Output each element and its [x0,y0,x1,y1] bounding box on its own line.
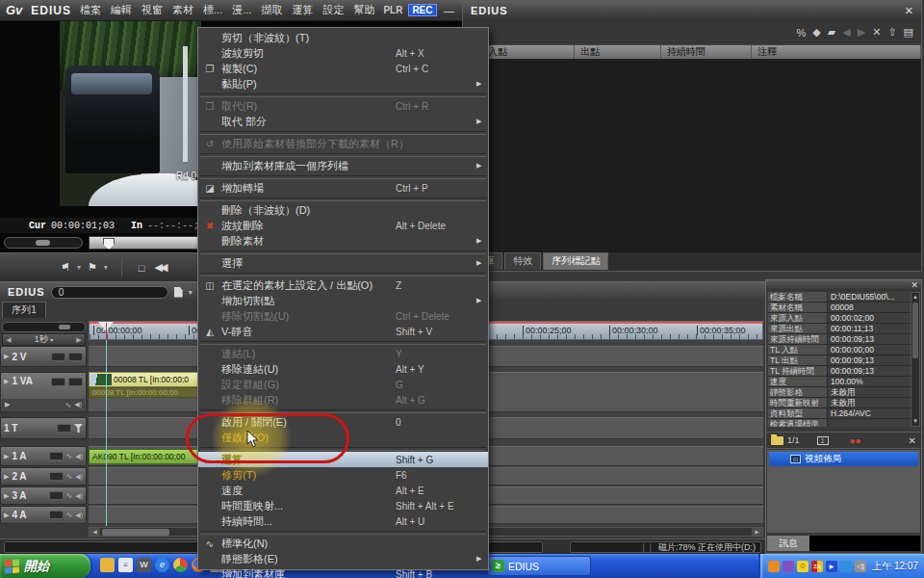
track-lock-button[interactable] [49,511,64,519]
menu-item[interactable]: 運算 Shift + G ▶ [198,452,488,467]
scroll-up-icon[interactable]: ▲ [911,293,919,302]
scroll-down-icon[interactable]: ▼ [911,417,919,426]
player-mode-button[interactable]: PLR [383,5,402,15]
layout-list-item-selected[interactable]: ⊡ 視頻佈局 [769,452,918,466]
bin-close-button[interactable]: ✕ [905,5,913,17]
document-icon[interactable]: ≡ [118,558,133,572]
position-marker[interactable] [103,238,115,250]
clear-icon[interactable]: ✕ [909,435,916,446]
menu-item[interactable]: 設定群組(G) G ▶ [198,377,488,392]
new-sequence-dropdown[interactable]: ▾ [189,288,192,297]
stop-button[interactable]: □ [136,260,148,276]
menu-item[interactable]: 取代(R) Ctrl + R ▶ [198,98,488,114]
track-lock-button[interactable] [49,491,64,500]
menubar-item[interactable]: 檔案 [80,3,101,17]
expand-icon[interactable]: ▶ [4,453,9,460]
tray-volume-icon[interactable]: ◁) [855,561,866,572]
column-header[interactable]: 入點 [482,45,575,59]
expand-icon[interactable]: ▶ [4,512,9,519]
bin-tab[interactable]: 特效 [504,252,541,270]
new-sequence-icon[interactable] [174,287,183,298]
title-filter-icon[interactable] [74,424,83,433]
menu-item[interactable]: 剪切（非波紋）(T) ▶ [198,30,488,45]
track-header-1t[interactable]: 1 T [0,417,87,439]
menu-item[interactable]: 標準化(N) ▶ [198,536,488,551]
marker-icon[interactable]: ▰ [828,26,835,39]
shield-icon[interactable]: ◆ [812,26,820,39]
taskbar-edius-button[interactable]: ≥ EDIUS [487,556,591,576]
track-header-4a[interactable]: ▶ 4 A ∿ ◀) [0,506,87,524]
menubar-item[interactable]: 視窗 [141,3,163,17]
bin-tab[interactable]: 序列標記點 [543,252,608,270]
menu-item[interactable]: 使用原始素材替換部分下載的素材（R） ▶ [198,136,488,151]
set-out-dropdown[interactable]: ▾ [104,263,108,272]
speaker-icon[interactable]: ◀) [75,453,83,460]
zoom-out-arrow[interactable]: ◀ [3,336,14,344]
expand-icon[interactable]: ▶ [5,401,10,408]
waveform-icon[interactable]: ∿ [66,452,73,460]
folder-icon[interactable] [771,436,783,445]
menu-item[interactable]: 波紋剪切 Alt + X ▶ [198,45,488,61]
prev-marker-icon[interactable]: ◀ [842,26,850,39]
scrollbar-thumb[interactable] [912,302,918,358]
minimize-button[interactable]: — [443,5,456,16]
menu-item[interactable]: V-靜音 Shift + V ▶ [198,324,488,339]
marker-list-body[interactable] [464,60,920,252]
properties-close-button[interactable]: ✕ [911,280,921,291]
tray-player-icon[interactable]: ▶ [826,561,837,572]
menu-item[interactable]: 取代 部分 ▶ [198,114,488,129]
tray-smiley-icon[interactable]: ☺ [797,561,808,572]
import-marker-icon[interactable]: ⇧ [887,26,896,39]
menu-item[interactable]: 增加到素材庫 Shift + B ▶ [198,566,488,578]
layout-list[interactable]: ⊡ 視頻佈局 [767,450,920,533]
menu-item[interactable]: 黏貼(P) ▶ [198,76,488,92]
menu-item[interactable]: 持續時間... Alt + U ▶ [198,513,488,529]
waveform-icon[interactable]: ∿ [66,511,73,519]
expand-icon[interactable]: ▶ [4,353,9,360]
track-patch-button[interactable] [68,353,83,361]
recorder-mode-button[interactable]: REC [408,4,436,16]
menu-item[interactable]: 修剪(T) F6 ▶ [198,467,488,483]
menu-item[interactable]: 刪除（非波紋）(D) ▶ [198,202,488,218]
set-out-button[interactable]: ⚑ [85,259,100,276]
timeline-zoom-select[interactable]: ◀ 1秒 ▾ ▶ [2,333,86,346]
shuttle-slider[interactable] [4,237,83,249]
track-lock-button[interactable] [49,472,64,481]
menubar-item[interactable]: 標... [203,3,222,17]
menu-item[interactable]: 增加轉場 Ctrl + P ▶ [198,180,488,196]
menu-item[interactable]: 波紋刪除 Alt + Delete ▶ [198,218,488,233]
menu-item[interactable]: 刪除素材 ▶ [198,233,488,249]
menu-item[interactable]: 增加到素材庫成一個序列檔 ▶ [198,158,488,173]
menubar-item[interactable]: 設定 [322,3,344,17]
track-lock-button[interactable] [49,452,64,460]
message-tab[interactable]: 訊息 [767,536,809,551]
ie-icon[interactable]: e [155,558,169,572]
menubar-item[interactable]: 幫助 [353,3,374,17]
menu-item[interactable]: 選擇 ▶ [198,255,488,271]
scroll-left-button[interactable]: ◀ [90,528,100,536]
menu-item[interactable]: 複製(C) Ctrl + C ▶ [198,61,488,76]
speaker-icon[interactable]: ◀) [75,492,83,500]
track-header-1a[interactable]: ▶ 1 A ∿ ◀) [0,446,87,466]
menu-item[interactable]: 移除切割點(U) Ctrl + Delete ▶ [198,308,488,324]
scrollbar-thumb[interactable] [102,529,169,536]
track-header-2v[interactable]: ▶ 2 V [0,346,87,367]
menu-item[interactable]: 移除群組(R) Alt + G ▶ [198,392,488,407]
word-icon[interactable]: W [137,558,151,572]
menu-item[interactable]: 連結(L) Y ▶ [198,346,488,361]
menubar-item[interactable]: 編輯 [111,3,132,17]
column-header[interactable]: 注釋 [752,45,921,59]
menu-item[interactable]: 啟用 / 關閉(E) 0 ▶ [198,414,488,430]
users-icon[interactable]: ●● [850,435,861,446]
list-view-icon[interactable]: ▤ [904,26,913,39]
filter-percent-icon[interactable]: % [797,27,807,39]
waveform-icon[interactable]: ∿ [66,491,73,500]
track-lock-button[interactable] [51,353,65,361]
expand-icon[interactable]: ▶ [4,473,9,481]
rewind-button[interactable]: ◀◀ [151,259,167,276]
track-1va-audio-subrow[interactable]: ▶ ∿ ◀) [2,399,85,410]
properties-scrollbar[interactable]: ▲ ▼ [911,292,920,427]
sequence-position-field[interactable]: 0 [51,286,168,299]
waveform-icon[interactable]: ∿ [66,472,73,481]
expand-icon[interactable]: ▶ [4,378,9,385]
